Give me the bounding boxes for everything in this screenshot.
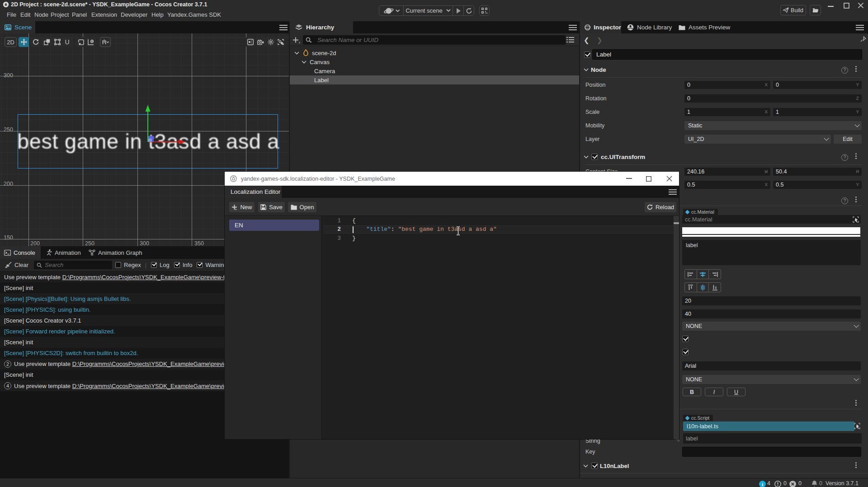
svg-text:i: i [762,482,763,487]
